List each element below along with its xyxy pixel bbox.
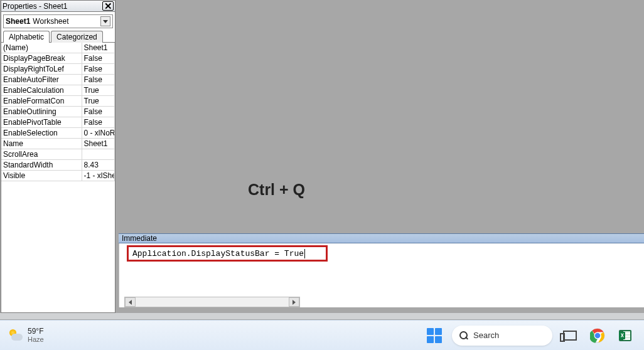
property-name: ScrollArea <box>1 149 82 160</box>
windows-logo-icon <box>427 328 442 343</box>
property-value[interactable]: False <box>82 107 115 117</box>
property-name: StandardWidth <box>1 160 82 171</box>
property-name: EnableSelection <box>1 128 82 139</box>
property-value[interactable]: False <box>82 53 115 64</box>
chevron-down-icon[interactable] <box>100 16 110 26</box>
taskbar-search[interactable]: Search <box>452 326 552 346</box>
property-value[interactable]: False <box>82 75 115 85</box>
property-row[interactable]: StandardWidth8.43 <box>1 160 115 171</box>
start-button[interactable] <box>424 326 444 346</box>
property-name: Name <box>1 139 82 149</box>
property-row[interactable]: EnableFormatConTrue <box>1 96 115 107</box>
property-row[interactable]: EnableOutliningFalse <box>1 107 115 117</box>
property-row[interactable]: DisplayRightToLefFalse <box>1 64 115 75</box>
properties-panel: Properties - Sheet1 ✕ Sheet1 Worksheet A… <box>1 0 115 313</box>
immediate-title: Immediate <box>122 234 157 243</box>
shortcut-overlay: Ctrl + Q <box>248 181 305 199</box>
excel-button[interactable] <box>615 326 635 346</box>
statusbar-stub <box>0 313 644 319</box>
property-value[interactable]: Sheet1 <box>82 139 115 149</box>
property-row[interactable]: EnableAutoFilterFalse <box>1 75 115 85</box>
search-label: Search <box>473 331 499 340</box>
properties-tabs: Alphabetic Categorized <box>1 30 115 43</box>
property-value[interactable]: True <box>82 85 115 96</box>
properties-title: Properties - Sheet1 <box>3 2 102 11</box>
object-type: Worksheet <box>33 17 100 26</box>
excel-icon <box>618 328 633 343</box>
scroll-left-icon[interactable] <box>125 297 136 307</box>
property-value[interactable]: -1 - xlSheetVisible <box>82 171 115 181</box>
property-row[interactable]: NameSheet1 <box>1 139 115 149</box>
property-name: DisplayRightToLef <box>1 64 82 75</box>
property-name: EnableFormatCon <box>1 96 82 107</box>
property-value[interactable]: False <box>82 64 115 75</box>
weather-temperature: 59°F <box>28 327 44 336</box>
property-row[interactable]: (Name)Sheet1 <box>1 43 115 53</box>
property-name: EnableOutlining <box>1 107 82 117</box>
property-row[interactable]: EnablePivotTableFalse <box>1 117 115 128</box>
taskbar-weather[interactable]: 59°F Haze <box>9 327 44 343</box>
weather-icon <box>9 329 23 342</box>
property-value[interactable]: True <box>82 96 115 107</box>
chrome-icon <box>590 328 605 343</box>
property-name: (Name) <box>1 43 82 53</box>
property-row[interactable]: EnableSelection0 - xlNoRestrictions <box>1 128 115 139</box>
task-view-icon <box>563 331 577 341</box>
property-value[interactable]: 0 - xlNoRestrictions <box>82 128 115 139</box>
immediate-panel: Immediate Application.DisplayStatusBar =… <box>119 233 644 307</box>
object-name: Sheet1 <box>6 17 30 26</box>
property-value[interactable]: Sheet1 <box>82 43 115 53</box>
immediate-command-text: Application.DisplayStatusBar = True <box>132 249 304 258</box>
property-name: Visible <box>1 171 82 181</box>
immediate-command-highlight[interactable]: Application.DisplayStatusBar = True <box>127 245 328 262</box>
tab-alphabetic[interactable]: Alphabetic <box>3 31 50 43</box>
taskbar: 59°F Haze Search <box>0 320 644 350</box>
svg-point-2 <box>595 332 601 338</box>
property-name: EnablePivotTable <box>1 117 82 128</box>
scroll-right-icon[interactable] <box>289 297 299 307</box>
task-view-button[interactable] <box>560 326 580 346</box>
property-row[interactable]: EnableCalculationTrue <box>1 85 115 96</box>
properties-titlebar[interactable]: Properties - Sheet1 ✕ <box>1 1 115 12</box>
object-selector[interactable]: Sheet1 Worksheet <box>3 14 113 28</box>
property-value[interactable] <box>82 149 115 160</box>
property-row[interactable]: ScrollArea <box>1 149 115 160</box>
properties-grid[interactable]: (Name)Sheet1DisplayPageBreakFalseDisplay… <box>1 43 115 312</box>
tab-categorized[interactable]: Categorized <box>51 31 103 43</box>
scroll-track[interactable] <box>136 297 289 307</box>
search-icon <box>459 331 468 340</box>
property-name: EnableCalculation <box>1 85 82 96</box>
close-icon[interactable]: ✕ <box>102 1 114 11</box>
property-row[interactable]: Visible-1 - xlSheetVisible <box>1 171 115 181</box>
property-value[interactable]: 8.43 <box>82 160 115 171</box>
weather-condition: Haze <box>28 336 44 343</box>
property-name: EnableAutoFilter <box>1 75 82 85</box>
horizontal-scrollbar[interactable] <box>124 297 300 307</box>
immediate-titlebar[interactable]: Immediate <box>119 233 644 243</box>
property-name: DisplayPageBreak <box>1 53 82 64</box>
code-area: Ctrl + Q Immediate Application.DisplaySt… <box>119 0 644 312</box>
text-caret <box>304 249 305 258</box>
property-row[interactable]: DisplayPageBreakFalse <box>1 53 115 64</box>
property-value[interactable]: False <box>82 117 115 128</box>
chrome-button[interactable] <box>588 326 608 346</box>
